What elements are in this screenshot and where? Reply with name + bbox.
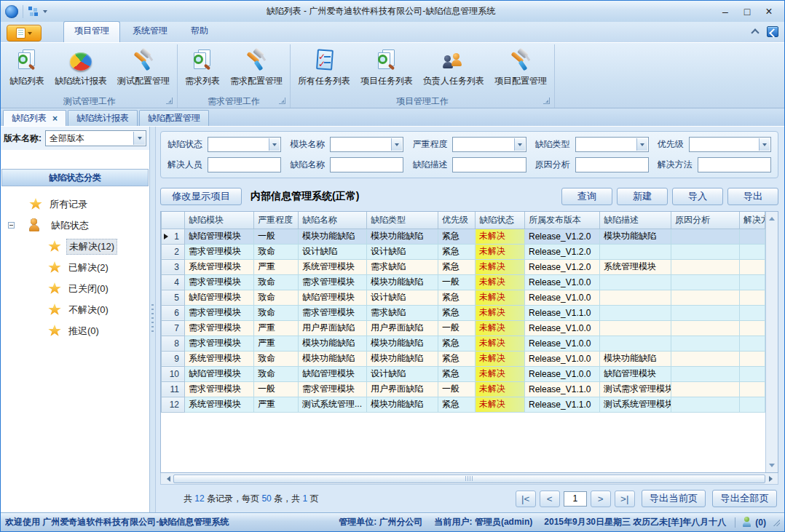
- sidebar-splitter[interactable]: [150, 127, 156, 512]
- minimize-button[interactable]: –: [714, 4, 736, 20]
- first-page-button[interactable]: |<: [516, 491, 536, 507]
- tree-item-缺陷状态[interactable]: 缺陷状态: [5, 215, 149, 236]
- tree-item-已解决(2)[interactable]: 已解决(2): [5, 257, 149, 278]
- horizontal-scrollbar-thumb[interactable]: [173, 475, 765, 483]
- tree-item-推迟(0)[interactable]: 推迟(0): [5, 320, 149, 341]
- filter-input-解决方法[interactable]: [698, 157, 771, 172]
- tree-item-已关闭(0)[interactable]: 已关闭(0): [5, 278, 149, 299]
- row-number-cell: 9: [162, 351, 185, 366]
- close-button[interactable]: ×: [758, 4, 780, 20]
- collapse-expander-icon[interactable]: [8, 222, 15, 229]
- last-page-button[interactable]: >|: [615, 491, 635, 507]
- combobox-button[interactable]: [759, 138, 770, 151]
- combobox-button[interactable]: [269, 138, 280, 151]
- doc-tab-缺陷配置管理[interactable]: 缺陷配置管理: [139, 110, 209, 126]
- page-number-input[interactable]: [564, 491, 587, 507]
- filter-input-原因分析[interactable]: [575, 157, 649, 172]
- dialog-launcher-icon[interactable]: [279, 98, 285, 104]
- app-menu-button[interactable]: [7, 25, 42, 41]
- filter-input-缺陷名称[interactable]: [330, 157, 403, 172]
- table-row[interactable]: 9系统管理模块致命模块功能缺陷模块功能缺陷紧急未解决Release_V1.0.0…: [162, 351, 765, 366]
- modify-display-items-button[interactable]: 修改显示项目: [160, 188, 242, 205]
- cell-desc: 模块功能缺陷: [600, 229, 671, 244]
- ribbon-tab-系统管理[interactable]: 系统管理: [122, 21, 178, 42]
- column-header-缺陷模块[interactable]: 缺陷模块: [185, 212, 254, 229]
- column-header-缺陷类型[interactable]: 缺陷类型: [367, 212, 438, 229]
- ribbon-button-缺陷统计报表[interactable]: 缺陷统计报表: [50, 47, 112, 89]
- export-all-pages-button[interactable]: 导出全部页: [712, 490, 777, 507]
- version-combobox-button[interactable]: [133, 132, 145, 145]
- filter-select-缺陷类型[interactable]: [575, 137, 649, 152]
- table-row[interactable]: 5缺陷管理模块致命缺陷管理模块设计缺陷紧急未解决Release_V1.0.0: [162, 290, 765, 305]
- vertical-scrollbar[interactable]: [765, 212, 778, 472]
- filter-select-缺陷状态[interactable]: [208, 137, 281, 152]
- filter-input-解决人员[interactable]: [208, 157, 281, 172]
- doc-tab-缺陷统计报表[interactable]: 缺陷统计报表: [68, 110, 138, 126]
- maximize-button[interactable]: □: [736, 4, 758, 20]
- ribbon-button-需求列表[interactable]: 需求列表: [180, 47, 225, 89]
- column-header-缺陷描述[interactable]: 缺陷描述: [600, 212, 671, 229]
- column-header-解决方法[interactable]: 解决方法: [740, 212, 765, 229]
- dialog-launcher-icon[interactable]: [166, 98, 173, 104]
- ribbon-button-负责人任务列表[interactable]: 负责人任务列表: [418, 47, 489, 89]
- dialog-launcher-icon[interactable]: [543, 98, 550, 104]
- scroll-down-icon[interactable]: [769, 464, 775, 470]
- ribbon-collapse-icon[interactable]: [751, 28, 759, 36]
- horizontal-scrollbar[interactable]: [160, 473, 778, 485]
- ribbon-tab-帮助[interactable]: 帮助: [180, 21, 219, 42]
- help-icon[interactable]: [767, 26, 778, 37]
- scroll-up-icon[interactable]: [769, 214, 775, 221]
- prev-page-button[interactable]: <: [540, 491, 560, 507]
- combobox-button[interactable]: [391, 138, 402, 151]
- ribbon-button-测试配置管理[interactable]: 测试配置管理: [112, 47, 175, 89]
- filter-select-优先级[interactable]: [689, 137, 771, 152]
- table-row[interactable]: 10缺陷管理模块致命缺陷管理模块设计缺陷紧急未解决Release_V1.0.0缺…: [162, 366, 765, 381]
- table-row[interactable]: 6需求管理模块致命需求管理模块需求缺陷紧急未解决Release_V1.1.0: [162, 305, 765, 320]
- ribbon-button-需求配置管理[interactable]: 需求配置管理: [225, 47, 288, 89]
- column-header-缺陷名称[interactable]: 缺陷名称: [299, 212, 367, 229]
- table-row[interactable]: 4需求管理模块致命需求管理模块模块功能缺陷一般未解决Release_V1.0.0: [162, 274, 765, 290]
- ribbon-button-项目配置管理[interactable]: 项目配置管理: [489, 47, 552, 89]
- doc-tab-缺陷列表[interactable]: 缺陷列表×: [3, 110, 66, 126]
- column-header-缺陷状态[interactable]: 缺陷状态: [476, 212, 525, 229]
- column-header-所属发布版本[interactable]: 所属发布版本: [525, 212, 600, 229]
- filter-select-模块名称[interactable]: [330, 137, 403, 152]
- table-row[interactable]: 8需求管理模块严重模块功能缺陷模块功能缺陷紧急未解决Release_V1.0.0: [162, 336, 765, 351]
- tree-item-不解决(0)[interactable]: 不解决(0): [5, 299, 149, 320]
- ribbon-tab-项目管理[interactable]: 项目管理: [63, 21, 120, 42]
- scroll-left-button[interactable]: [162, 476, 172, 482]
- scroll-right-button[interactable]: [767, 476, 777, 482]
- statusbar-separator: [735, 517, 735, 528]
- close-icon[interactable]: ×: [52, 114, 58, 123]
- column-header-rownum[interactable]: [162, 212, 185, 229]
- ribbon-button-所有任务列表[interactable]: ✓✓所有任务列表: [293, 47, 355, 89]
- defect-status-tree: 所有记录缺陷状态未解决(12)已解决(2)已关闭(0)不解决(0)推迟(0): [1, 186, 149, 512]
- quick-access-dropdown-icon[interactable]: [43, 10, 47, 15]
- table-row[interactable]: 12系统管理模块严重测试系统管理...模块功能缺陷紧急未解决Release_V1…: [162, 397, 765, 412]
- action-button-查询[interactable]: 查询: [561, 188, 612, 205]
- filter-select-严重程度[interactable]: [452, 137, 526, 152]
- table-row[interactable]: 3系统管理模块严重系统管理模块需求缺陷紧急未解决Release_V1.2.0系统…: [162, 259, 765, 274]
- table-row[interactable]: 11需求管理模块一般需求管理模块用户界面缺陷一般未解决Release_V1.1.…: [162, 381, 765, 397]
- tree-item-所有记录[interactable]: 所有记录: [5, 194, 149, 215]
- ribbon-button-缺陷列表[interactable]: 缺陷列表: [4, 47, 50, 89]
- version-combobox[interactable]: 全部版本: [45, 130, 146, 146]
- next-page-button[interactable]: >: [591, 491, 611, 507]
- column-header-严重程度[interactable]: 严重程度: [254, 212, 299, 229]
- table-row[interactable]: 7需求管理模块严重用户界面缺陷用户界面缺陷一般未解决Release_V1.0.0: [162, 320, 765, 336]
- table-row[interactable]: 2需求管理模块致命设计缺陷设计缺陷紧急未解决Release_V1.2.0: [162, 244, 765, 259]
- action-button-导入[interactable]: 导入: [672, 188, 723, 205]
- table-row[interactable]: 1缺陷管理模块一般模块功能缺陷模块功能缺陷紧急未解决Release_V1.2.0…: [162, 229, 765, 244]
- action-button-新建[interactable]: 新建: [617, 188, 668, 205]
- column-header-优先级[interactable]: 优先级: [438, 212, 476, 229]
- user-message-icon[interactable]: [743, 517, 752, 528]
- tree-item-未解决(12)[interactable]: 未解决(12): [5, 236, 149, 257]
- column-header-原因分析[interactable]: 原因分析: [671, 212, 740, 229]
- action-button-导出[interactable]: 导出: [727, 188, 778, 205]
- combobox-button[interactable]: [636, 138, 647, 151]
- filter-input-缺陷描述[interactable]: [452, 157, 526, 172]
- ribbon-button-项目任务列表[interactable]: 项目任务列表: [355, 47, 418, 89]
- quick-access-icon[interactable]: [28, 6, 39, 17]
- export-current-page-button[interactable]: 导出当前页: [642, 490, 706, 507]
- combobox-button[interactable]: [514, 138, 525, 151]
